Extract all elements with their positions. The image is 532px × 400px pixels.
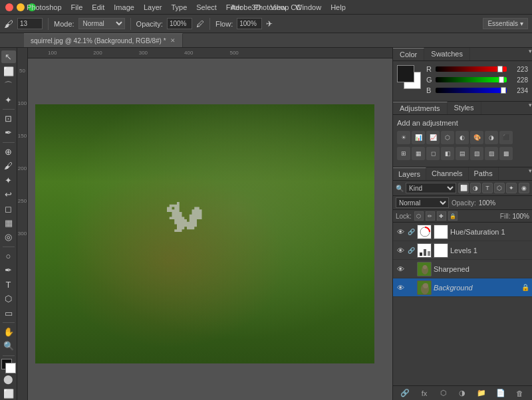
red-thumb[interactable] (497, 66, 503, 72)
shape-filter-icon[interactable]: ⬡ (494, 183, 505, 193)
lock-all-icon[interactable]: 🔒 (448, 211, 458, 221)
levels-icon[interactable]: 📊 (412, 131, 425, 144)
menu-type[interactable]: Type (171, 3, 187, 11)
filter-toggle[interactable]: ◉ (519, 183, 529, 193)
menu-photoshop[interactable]: Photoshop (27, 3, 62, 11)
collapse-icon[interactable]: ▾ (529, 167, 532, 180)
pen-tool[interactable]: ✒ (1, 264, 16, 276)
brush-size-input[interactable] (17, 18, 43, 29)
color-picker[interactable] (1, 359, 16, 371)
delete-layer-icon[interactable]: 🗑 (514, 387, 526, 399)
tab-styles[interactable]: Styles (448, 102, 481, 114)
menu-filter[interactable]: Filter (226, 3, 242, 11)
close-button[interactable] (5, 3, 13, 11)
menu-image[interactable]: Image (114, 3, 134, 11)
zoom-tool[interactable]: 🔍 (1, 340, 16, 352)
exposure-icon[interactable]: ⬡ (441, 131, 454, 144)
layer-visibility-toggle[interactable]: 👁 (396, 283, 405, 292)
blue-slider[interactable] (436, 88, 507, 93)
color-lookup-icon[interactable]: ◻ (426, 147, 440, 160)
canvas-document[interactable] (35, 104, 374, 363)
vibrance-icon[interactable]: ◐ (456, 131, 469, 144)
path-tool[interactable]: ⬡ (1, 292, 16, 305)
curves-icon[interactable]: 📈 (426, 131, 440, 144)
close-tab-icon[interactable]: ✕ (170, 37, 176, 44)
move-tool[interactable]: ↖ (1, 50, 16, 63)
magic-wand-tool[interactable]: ✦ (1, 93, 16, 106)
layer-visibility-toggle[interactable]: 👁 (396, 264, 405, 274)
flow-input[interactable] (237, 18, 262, 29)
canvas-area[interactable]: 100 200 300 400 500 50 100 150 200 250 3… (17, 48, 392, 400)
photo-filter-icon[interactable]: ⊞ (397, 147, 410, 160)
color-preview[interactable] (397, 65, 421, 89)
blur-tool[interactable]: ◎ (1, 231, 16, 243)
threshold-icon[interactable]: ▧ (470, 147, 483, 160)
blue-thumb[interactable] (501, 87, 506, 94)
lasso-tool[interactable]: ⌒ (1, 79, 16, 92)
healing-tool[interactable]: ⊕ (1, 146, 16, 158)
menu-select[interactable]: Select (196, 3, 217, 11)
minimize-button[interactable] (17, 3, 25, 11)
menu-file[interactable]: File (71, 3, 83, 11)
colorbal-icon[interactable]: ◑ (485, 131, 498, 144)
green-thumb[interactable] (499, 76, 504, 83)
blend-mode-select[interactable]: Normal (396, 197, 449, 208)
mode-select[interactable]: Normal (78, 18, 125, 29)
gradient-map-icon[interactable]: ▨ (485, 147, 498, 160)
marquee-tool[interactable]: ⬜ (1, 64, 16, 77)
type-tool[interactable]: T (1, 278, 16, 290)
bw-icon[interactable]: ⬛ (499, 131, 513, 144)
tab-layers[interactable]: Layers (393, 167, 426, 180)
lock-transparent-icon[interactable]: ⬡ (414, 211, 424, 221)
pixel-filter-icon[interactable]: ⬜ (458, 183, 469, 193)
new-group-icon[interactable]: 📁 (475, 387, 487, 399)
brush-tool[interactable]: 🖌 (1, 159, 16, 172)
channel-mix-icon[interactable]: ▦ (412, 147, 425, 160)
layer-item[interactable]: 👁 Sharpened (393, 260, 532, 278)
menu-edit[interactable]: Edit (92, 3, 104, 11)
selective-color-icon[interactable]: ▩ (499, 147, 513, 160)
shape-tool[interactable]: ▭ (1, 306, 16, 319)
lock-position-icon[interactable]: ✚ (437, 211, 446, 221)
eraser-tool[interactable]: ◻ (1, 202, 16, 215)
screen-mode-tool[interactable]: ⬜ (1, 387, 16, 399)
invert-icon[interactable]: ◧ (441, 147, 454, 160)
new-adjustment-icon[interactable]: ◑ (456, 387, 468, 399)
tab-swatches[interactable]: Swatches (424, 48, 470, 60)
foreground-color-swatch[interactable] (397, 65, 414, 82)
history-tool[interactable]: ↩ (1, 188, 16, 201)
menu-view[interactable]: View (270, 3, 286, 11)
collapse-icon[interactable]: ▾ (529, 48, 532, 60)
lock-image-icon[interactable]: ✏ (426, 211, 435, 221)
layer-visibility-toggle[interactable]: 👁 (396, 227, 405, 237)
new-layer-icon[interactable]: 📄 (495, 387, 507, 399)
add-mask-icon[interactable]: ⬡ (438, 387, 450, 399)
hand-tool[interactable]: ✋ (1, 326, 16, 338)
clone-tool[interactable]: ✦ (1, 173, 16, 186)
menu-window[interactable]: Window (295, 3, 321, 11)
type-filter-icon[interactable]: T (482, 183, 493, 193)
posterize-icon[interactable]: ▤ (456, 147, 469, 160)
eyedropper-tool[interactable]: ✒ (1, 126, 16, 139)
collapse-icon[interactable]: ▾ (529, 102, 532, 114)
tab-paths[interactable]: Paths (469, 167, 499, 180)
document-tab[interactable]: squirrel.jpg @ 42.1% (Background, RGB/8#… (24, 33, 183, 47)
layer-visibility-toggle[interactable]: 👁 (396, 246, 405, 255)
tab-adjustments[interactable]: Adjustments (393, 102, 448, 114)
green-slider[interactable] (436, 77, 507, 82)
layer-kind-select[interactable]: Kind (406, 183, 456, 193)
opacity-input[interactable] (167, 18, 192, 29)
layer-item[interactable]: 👁 🔗 Hue/Saturation 1 (393, 223, 532, 241)
layer-link-icon[interactable]: 🔗 (407, 247, 415, 254)
red-slider[interactable] (436, 66, 507, 72)
adjustment-filter-icon[interactable]: ◑ (470, 183, 481, 193)
dodge-tool[interactable]: ○ (1, 250, 16, 262)
quick-mask-tool[interactable]: ⬤ (1, 373, 16, 385)
tab-color[interactable]: Color (393, 48, 424, 60)
crop-tool[interactable]: ⊡ (1, 112, 16, 125)
tab-channels[interactable]: Channels (426, 167, 468, 180)
background-color[interactable] (5, 363, 16, 373)
essentials-button[interactable]: Essentials ▾ (483, 18, 528, 29)
menu-help[interactable]: Help (331, 3, 346, 11)
gradient-tool[interactable]: ▦ (1, 217, 16, 229)
